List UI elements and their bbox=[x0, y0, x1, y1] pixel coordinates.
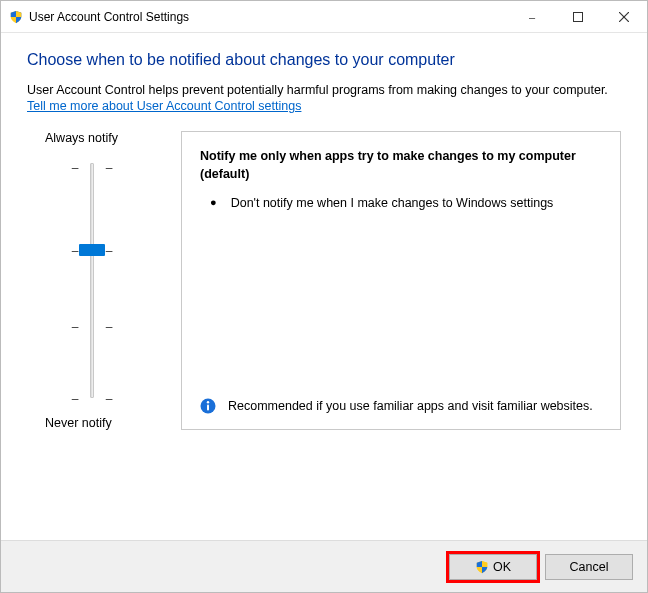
slider-label-always: Always notify bbox=[45, 131, 118, 145]
svg-rect-0 bbox=[574, 12, 583, 21]
info-bullet-text: Don't notify me when I make changes to W… bbox=[231, 195, 554, 213]
slider-tick-4: –– bbox=[52, 392, 132, 406]
dialog-footer: OK Cancel bbox=[1, 540, 647, 592]
help-link[interactable]: Tell me more about User Account Control … bbox=[27, 99, 621, 113]
minimize-button[interactable]: – bbox=[509, 1, 555, 32]
slider-tick-1: –– bbox=[52, 161, 132, 175]
shield-icon bbox=[475, 560, 489, 574]
window-title: User Account Control Settings bbox=[29, 10, 189, 24]
notification-slider[interactable]: –– –– –– –– bbox=[52, 153, 132, 408]
bullet-dot-icon: ● bbox=[210, 195, 217, 213]
ok-button[interactable]: OK bbox=[449, 554, 537, 580]
shield-icon bbox=[9, 10, 23, 24]
window-controls: – bbox=[509, 1, 647, 32]
info-icon bbox=[200, 398, 216, 414]
cancel-button[interactable]: Cancel bbox=[545, 554, 633, 580]
close-button[interactable] bbox=[601, 1, 647, 32]
slider-tick-3: –– bbox=[52, 320, 132, 334]
cancel-button-label: Cancel bbox=[570, 560, 609, 574]
recommendation-row: Recommended if you use familiar apps and… bbox=[200, 398, 602, 416]
info-title: Notify me only when apps try to make cha… bbox=[200, 148, 602, 183]
recommendation-text: Recommended if you use familiar apps and… bbox=[228, 398, 593, 416]
titlebar: User Account Control Settings – bbox=[1, 1, 647, 33]
svg-point-5 bbox=[207, 401, 209, 403]
slider-row: Always notify –– –– –– –– Never notify N… bbox=[27, 131, 621, 430]
content-area: Choose when to be notified about changes… bbox=[1, 33, 647, 540]
info-bullet-row: ● Don't notify me when I make changes to… bbox=[200, 195, 602, 213]
slider-column: Always notify –– –– –– –– Never notify bbox=[27, 131, 157, 430]
slider-label-never: Never notify bbox=[45, 416, 112, 430]
description-text: User Account Control helps prevent poten… bbox=[27, 83, 621, 97]
notification-info-box: Notify me only when apps try to make cha… bbox=[181, 131, 621, 430]
svg-rect-4 bbox=[207, 404, 209, 410]
ok-button-label: OK bbox=[493, 560, 511, 574]
slider-track bbox=[90, 163, 94, 398]
maximize-button[interactable] bbox=[555, 1, 601, 32]
slider-thumb[interactable] bbox=[79, 244, 105, 256]
page-heading: Choose when to be notified about changes… bbox=[27, 51, 621, 69]
